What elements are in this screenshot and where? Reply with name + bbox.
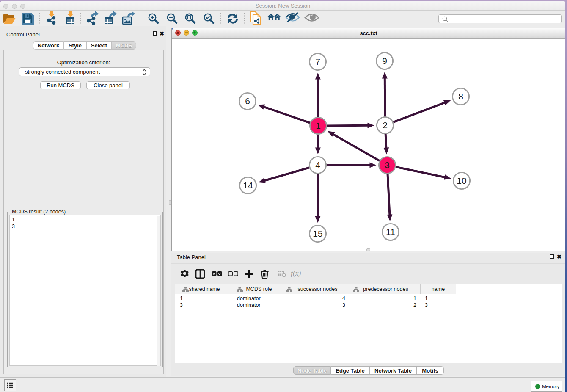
- svg-text:f(x): f(x): [291, 269, 301, 277]
- svg-text:10: 10: [457, 176, 466, 185]
- svg-text:7: 7: [315, 57, 320, 66]
- svg-text:2: 2: [383, 120, 388, 130]
- svg-text:14: 14: [243, 180, 253, 190]
- svg-text:8: 8: [458, 91, 463, 101]
- svg-text:4: 4: [315, 160, 320, 170]
- svg-text:1: 1: [316, 121, 321, 130]
- svg-text:9: 9: [382, 56, 387, 66]
- svg-text:6: 6: [245, 96, 250, 106]
- svg-text:15: 15: [313, 229, 322, 238]
- svg-text:3: 3: [385, 160, 390, 170]
- svg-text:11: 11: [386, 227, 395, 237]
